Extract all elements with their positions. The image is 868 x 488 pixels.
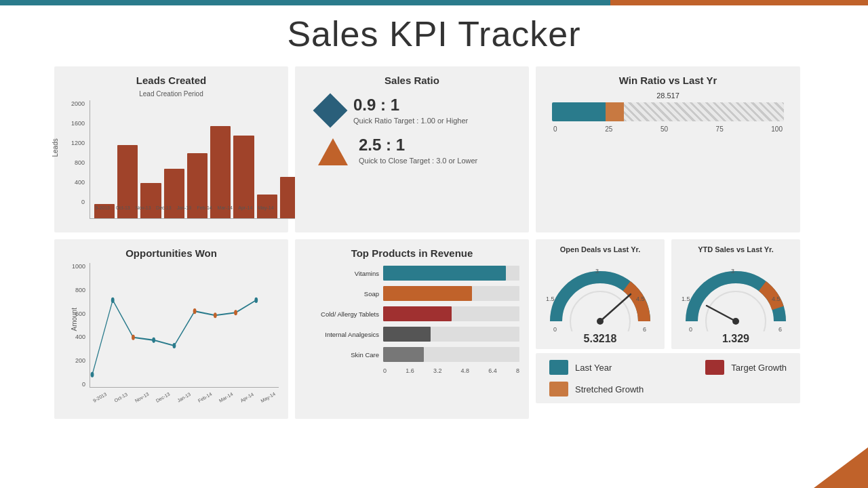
page-title: Sales KPI Tracker xyxy=(0,14,868,54)
svg-point-0 xyxy=(91,372,94,378)
hbar-vitamins: Vitamins xyxy=(304,266,519,281)
legend-label-target: Target Growth xyxy=(731,363,787,373)
win-ratio-track xyxy=(552,102,784,121)
svg-point-3 xyxy=(152,338,155,343)
legend-stretched: Stretched Growth xyxy=(549,382,787,396)
svg-point-4 xyxy=(172,343,176,348)
ytd-sales-svg: 0 6 1.5 4.5 3 xyxy=(678,257,793,331)
svg-point-7 xyxy=(234,310,237,315)
diamond-icon xyxy=(313,94,348,128)
svg-text:4.5: 4.5 xyxy=(636,296,645,302)
win-ratio-value-label: 28.517 xyxy=(552,92,784,100)
products-bar-chart: Vitamins Soap Cold/ Allergy Tablets Inte… xyxy=(304,263,519,374)
svg-point-21 xyxy=(732,318,739,325)
hbar-cold-allergy: Cold/ Allergy Tablets xyxy=(304,306,519,321)
svg-point-6 xyxy=(214,312,217,318)
bottom-right-decoration xyxy=(814,447,868,488)
win-ratio-axis: 0 25 50 75 100 xyxy=(552,125,784,133)
ratio1-desc: Quick Ratio Target : 1.00 or Higher xyxy=(353,116,468,126)
svg-text:1.5: 1.5 xyxy=(546,296,555,302)
hbar-skin-care: Skin Care xyxy=(304,347,519,362)
win-ratio-card: Win Ratio vs Last Yr 28.517 0 25 50 75 1… xyxy=(536,66,800,232)
leads-x-labels: 9-2013 Oct-13 Nov-13 Dec-13 Jan-13 Feb-1… xyxy=(90,205,279,219)
svg-text:6: 6 xyxy=(778,326,782,331)
legend-label-stretched: Stretched Growth xyxy=(575,384,644,394)
sales-ratio-card: Sales Ratio 0.9 : 1 Quick Ratio Target :… xyxy=(295,66,529,232)
svg-point-8 xyxy=(254,298,258,303)
leads-bars-canvas xyxy=(90,100,304,219)
svg-text:0: 0 xyxy=(689,326,692,331)
leads-card-title: Leads Created xyxy=(64,75,279,86)
ytd-sales-header: YTD Sales vs Last Yr. xyxy=(698,245,774,254)
ratio1-value: 0.9 : 1 xyxy=(353,96,468,115)
gauges-card: Open Deals vs Last Yr. 0 6 xyxy=(536,239,800,419)
ratio-item-2: 2.5 : 1 Quick to Close Target : 3.0 or L… xyxy=(318,136,519,166)
hbar-soap: Soap xyxy=(304,286,519,301)
leads-created-card: Leads Created Lead Creation Period 2000 … xyxy=(54,66,288,232)
ratio2-desc: Quick to Close Target : 3.0 or Lower xyxy=(359,156,477,166)
legend-swatch-teal xyxy=(549,360,568,375)
svg-point-5 xyxy=(193,308,197,314)
svg-text:0: 0 xyxy=(553,326,557,331)
svg-point-9 xyxy=(568,289,633,331)
svg-text:6: 6 xyxy=(643,326,646,331)
open-deals-value: 5.3218 xyxy=(584,333,617,345)
ytd-sales-gauge-box: YTD Sales vs Last Yr. 0 6 xyxy=(671,239,800,349)
ratio-item-1: 0.9 : 1 Quick Ratio Target : 1.00 or Hig… xyxy=(318,96,519,126)
opps-line-svg xyxy=(90,263,279,388)
legend-last-year: Last Year Target Growth xyxy=(549,360,787,375)
open-deals-svg: 0 6 1.5 4.5 3 xyxy=(542,257,658,331)
svg-text:4.5: 4.5 xyxy=(772,296,781,302)
opportunities-card: Opportunities Won 1000 800 600 400 200 0… xyxy=(54,239,288,419)
hbar-internal-analgesics: Internal Analgesics xyxy=(304,327,519,342)
products-x-axis: 0 1.6 3.2 4.8 6.4 8 xyxy=(304,367,519,374)
svg-text:1.5: 1.5 xyxy=(682,296,690,302)
legend-swatch-red xyxy=(705,360,724,375)
open-deals-gauge-box: Open Deals vs Last Yr. 0 6 xyxy=(536,239,665,349)
svg-point-1 xyxy=(111,298,115,303)
legend-label-last-year: Last Year xyxy=(575,363,612,373)
legend-swatch-orange xyxy=(549,382,568,396)
opps-y-axis-label: Amount xyxy=(71,308,78,331)
legend-area: Last Year Target Growth Stretched Growth xyxy=(536,353,800,403)
svg-point-18 xyxy=(703,289,768,331)
svg-point-12 xyxy=(597,318,604,325)
products-card-title: Top Products in Revenue xyxy=(304,247,519,259)
leads-y-axis-label: Leads xyxy=(52,138,59,157)
opps-card-title: Opportunities Won xyxy=(64,247,279,259)
products-card: Top Products in Revenue Vitamins Soap Co… xyxy=(295,239,529,419)
win-ratio-hatch-fill xyxy=(624,102,784,121)
opps-x-labels: 9-2013 Oct-13 Nov-13 Dec-13 Jan-13 Feb-1… xyxy=(90,388,279,405)
win-ratio-title: Win Ratio vs Last Yr xyxy=(545,75,791,86)
bar-feb-14 xyxy=(210,126,231,218)
sales-ratio-title: Sales Ratio xyxy=(304,75,519,86)
svg-text:3: 3 xyxy=(731,268,734,274)
win-ratio-orange-fill xyxy=(606,102,624,121)
ratio2-value: 2.5 : 1 xyxy=(359,136,477,155)
leads-bar-chart: 2000 1600 1200 800 400 0 Leads xyxy=(64,100,279,219)
leads-subtitle: Lead Creation Period xyxy=(64,90,279,98)
svg-text:3: 3 xyxy=(595,268,599,274)
svg-point-2 xyxy=(132,335,135,340)
ytd-sales-value: 1.329 xyxy=(722,333,749,345)
opps-line-chart: 1000 800 600 400 200 0 Amount xyxy=(64,263,279,405)
win-ratio-bar-section: 28.517 0 25 50 75 100 xyxy=(545,92,791,133)
win-ratio-teal-fill xyxy=(552,102,606,121)
open-deals-header: Open Deals vs Last Yr. xyxy=(560,245,640,254)
triangle-icon xyxy=(318,138,348,165)
gauge-row: Open Deals vs Last Yr. 0 6 xyxy=(536,239,800,349)
